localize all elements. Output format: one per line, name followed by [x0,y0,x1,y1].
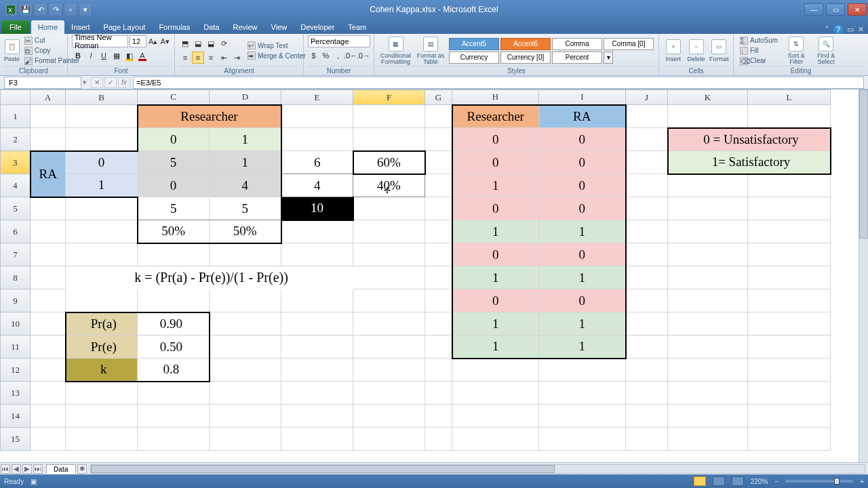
merge-center-button[interactable]: ⬌Merge & Center [245,51,308,60]
horizontal-scrollbar[interactable] [90,464,865,474]
align-top-icon[interactable]: ⬒ [179,37,191,49]
style-currency[interactable]: Currency [449,52,499,64]
cell[interactable]: 50% [138,220,210,243]
col-header[interactable]: K [668,90,748,105]
vertical-scrollbar[interactable] [859,89,868,462]
align-middle-icon[interactable]: ⬓ [192,37,204,49]
insert-function-icon[interactable]: fx [118,77,130,88]
cell[interactable]: 0 [452,128,539,151]
comma-icon[interactable]: , [332,49,344,62]
sheet-nav-first-icon[interactable]: ⏮ [1,464,10,474]
cell[interactable]: 1 [539,220,626,243]
col-header[interactable]: F [353,90,425,105]
cell[interactable]: 0 [539,243,626,266]
cell[interactable]: 4 [210,174,281,197]
cell[interactable]: 10 [281,197,353,220]
col-header[interactable]: D [210,90,281,105]
zoom-level[interactable]: 220% [751,478,768,485]
conditional-formatting-button[interactable]: ▦Conditional Formatting [378,36,413,66]
orientation-icon[interactable]: ⟳ [218,37,230,49]
decrease-decimal-icon[interactable]: .0→ [357,49,370,62]
style-comma0[interactable]: Comma [0] [604,38,654,50]
cell[interactable]: 5 [138,151,210,174]
row-header[interactable]: 9 [1,289,31,312]
paste-button[interactable]: 📋Paste [4,36,20,66]
zoom-out-icon[interactable]: − [774,478,778,485]
window-restore-icon[interactable]: ▭ [847,25,854,34]
sheet-nav-next-icon[interactable]: ▶ [22,464,32,474]
zoom-in-icon[interactable]: + [860,478,864,485]
cell[interactable]: 0 [452,243,539,266]
file-tab[interactable]: File [1,20,30,34]
col-header[interactable]: J [626,90,668,105]
cell[interactable]: Pr(a) [66,312,138,336]
cell[interactable]: 0 [539,289,626,312]
cell[interactable]: 4 [281,174,353,197]
sheet-nav-last-icon[interactable]: ⏭ [33,464,43,474]
cell[interactable]: 0.50 [138,336,210,359]
format-cells-button[interactable]: ▭Format [709,36,729,66]
cell[interactable]: 0 [539,151,626,174]
cell[interactable]: 1 [210,128,281,151]
new-sheet-icon[interactable]: ✱ [77,464,87,474]
redo-icon[interactable]: ↷ [49,3,62,16]
align-center-icon[interactable]: ≡ [192,52,204,64]
col-header[interactable]: I [539,90,626,105]
format-as-table-button[interactable]: ▤Format as Table [416,36,446,66]
cell[interactable]: 6 [281,151,353,174]
clear-button[interactable]: ⌫Clear [738,56,780,66]
close-button[interactable]: ✕ [848,3,867,16]
col-header[interactable]: C [138,90,210,105]
cell[interactable]: 0 [452,197,539,220]
cell[interactable]: 1 [66,174,138,197]
cell[interactable]: 1 [452,220,539,243]
legend-0[interactable]: 0 = Unsatisfactory [668,128,831,151]
row-header[interactable]: 15 [1,428,31,451]
view-normal-icon[interactable] [694,476,706,486]
cell[interactable]: 5 [138,197,210,220]
cell[interactable]: 0 [66,151,138,174]
grow-font-icon[interactable]: A▴ [148,35,159,47]
cell[interactable]: 0.90 [138,312,210,336]
tab-home[interactable]: Home [31,20,64,34]
formula-text[interactable]: k = (Pr(a) - Pr(e))/(1 - Pr(e)) [66,266,353,289]
tab-team[interactable]: Team [341,20,373,34]
cell[interactable]: 1 [539,336,626,359]
currency-icon[interactable]: $ [308,49,319,62]
percent-icon[interactable]: % [320,49,332,62]
cell[interactable]: RA [31,151,66,197]
col-header[interactable]: G [425,90,452,105]
italic-button[interactable]: I [85,49,97,62]
cell[interactable]: 1 [539,312,626,336]
row-header[interactable]: 11 [1,336,31,359]
col-header[interactable]: A [31,90,66,105]
decrease-indent-icon[interactable]: ⇤ [218,52,230,64]
style-currency0[interactable]: Currency [0] [500,52,551,64]
zoom-slider[interactable] [785,480,853,483]
style-comma[interactable]: Comma [552,38,602,50]
cell[interactable]: 0 [138,174,210,197]
bold-button[interactable]: B [72,49,84,62]
find-select-button[interactable]: 🔍Find & Select [812,36,840,66]
tab-view[interactable]: View [264,20,294,34]
help-icon[interactable]: ? [833,24,843,34]
underline-button[interactable]: U [98,49,110,62]
row-header[interactable]: 3 [1,151,31,174]
select-all-corner[interactable] [1,90,31,105]
font-size-select[interactable]: 12 [130,35,146,47]
cell[interactable]: 0 [452,289,539,312]
style-accent5[interactable]: Accent5 [449,38,499,50]
fill-button[interactable]: ↓Fill [738,46,780,56]
window-close-icon[interactable]: ✕ [858,25,864,34]
minimize-ribbon-icon[interactable]: ˄ [825,25,829,34]
cell[interactable]: RA [539,105,626,128]
style-percent[interactable]: Percent [552,52,602,64]
font-color-button[interactable]: A [136,49,149,62]
shrink-font-icon[interactable]: A▾ [159,35,170,47]
align-right-icon[interactable]: ≡ [205,52,217,64]
fill-color-button[interactable]: ◧ [123,49,136,62]
tab-data[interactable]: Data [197,20,226,34]
new-icon[interactable]: ▫ [64,3,77,16]
row-header[interactable]: 2 [1,128,31,151]
wrap-text-button[interactable]: ↩Wrap Text [245,41,308,50]
